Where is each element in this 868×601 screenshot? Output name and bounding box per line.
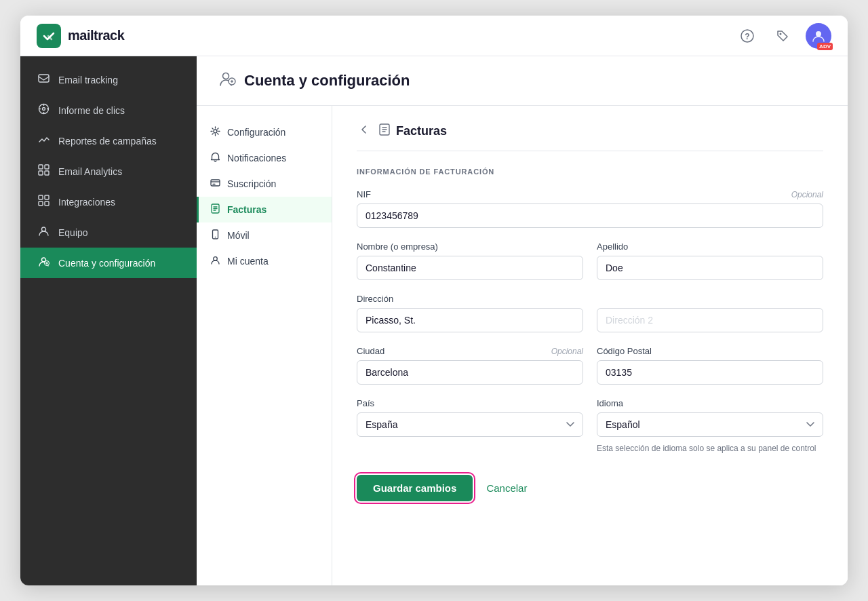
sidebar-label-cuenta-configuracion: Cuenta y configuración bbox=[58, 258, 155, 269]
sidebar-item-email-analytics[interactable]: Email Analytics bbox=[20, 156, 197, 187]
svg-rect-17 bbox=[45, 195, 49, 199]
sidebar-item-cuenta-configuracion[interactable]: Cuenta y configuración bbox=[20, 248, 197, 278]
nombre-input[interactable] bbox=[357, 256, 583, 280]
form-actions: Guardar cambios Cancelar bbox=[357, 475, 823, 501]
svg-point-23 bbox=[223, 73, 229, 79]
sidebar-label-email-analytics: Email Analytics bbox=[58, 166, 122, 177]
idioma-select[interactable]: Español English Français Deutsch bbox=[597, 412, 823, 437]
sidebar-item-integraciones[interactable]: Integraciones bbox=[20, 187, 197, 217]
main-layout: Email tracking Informe de clics Reportes… bbox=[20, 56, 848, 585]
pais-idioma-row: País España Francia Alemania Italia Port… bbox=[357, 398, 823, 453]
facturas-icon bbox=[210, 203, 220, 216]
svg-point-3 bbox=[780, 33, 782, 35]
sidebar-item-reportes-campanas[interactable]: Reportes de campañas bbox=[20, 125, 197, 156]
sub-nav-configuracion-label: Configuración bbox=[227, 127, 285, 138]
codigo-postal-input[interactable] bbox=[597, 360, 823, 385]
sub-nav-notificaciones-label: Notificaciones bbox=[227, 153, 286, 163]
sidebar: Email tracking Informe de clics Reportes… bbox=[20, 56, 197, 585]
svg-point-29 bbox=[215, 237, 216, 238]
logo-text: mailtrack bbox=[68, 28, 124, 43]
sidebar-label-reportes-campanas: Reportes de campañas bbox=[58, 136, 157, 147]
nif-input[interactable] bbox=[357, 203, 823, 228]
ciudad-optional: Opcional bbox=[551, 347, 583, 356]
page-title: Cuenta y configuración bbox=[244, 72, 410, 90]
logo-icon bbox=[37, 24, 61, 48]
topbar-right: ? ADV bbox=[735, 23, 831, 49]
sidebar-label-informe-clics: Informe de clics bbox=[58, 105, 125, 116]
form-title: Facturas bbox=[378, 123, 447, 138]
ciudad-group: Ciudad Opcional bbox=[357, 346, 583, 385]
sub-nav-mi-cuenta[interactable]: Mi cuenta bbox=[197, 248, 332, 274]
sidebar-label-equipo: Equipo bbox=[58, 227, 88, 238]
idioma-group: Idioma Español English Français Deutsch … bbox=[597, 398, 823, 453]
form-area: Facturas INFORMACIÓN DE FACTURACIÓN NIF … bbox=[332, 106, 848, 585]
svg-point-20 bbox=[41, 227, 45, 231]
sub-nav-facturas[interactable]: Facturas bbox=[197, 197, 332, 222]
content-area: Cuenta y configuración Configuración bbox=[197, 56, 848, 585]
sub-nav-mi-cuenta-label: Mi cuenta bbox=[227, 256, 269, 267]
sub-nav-notificaciones[interactable]: Notificaciones bbox=[197, 145, 332, 171]
apellido-label: Apellido bbox=[597, 241, 823, 252]
section-label: INFORMACIÓN DE FACTURACIÓN bbox=[357, 168, 823, 176]
avatar[interactable]: ADV bbox=[806, 23, 831, 49]
sidebar-label-integraciones: Integraciones bbox=[58, 197, 115, 208]
pais-select[interactable]: España Francia Alemania Italia Portugal bbox=[357, 412, 583, 437]
direccion-row: Dirección Dir2 bbox=[357, 294, 823, 332]
nif-group: NIF Opcional bbox=[357, 189, 823, 228]
sub-nav-facturas-label: Facturas bbox=[227, 204, 267, 215]
svg-point-7 bbox=[42, 108, 45, 111]
tags-button[interactable] bbox=[770, 24, 795, 48]
sub-nav-movil[interactable]: Móvil bbox=[197, 222, 332, 248]
svg-rect-26 bbox=[211, 180, 220, 186]
pais-label: País bbox=[357, 398, 583, 408]
apellido-input[interactable] bbox=[597, 256, 823, 280]
page-header: Cuenta y configuración bbox=[197, 56, 848, 106]
sub-nav-suscripcion-label: Suscripción bbox=[227, 178, 276, 189]
logo-area: mailtrack bbox=[37, 24, 124, 48]
sidebar-item-email-tracking[interactable]: Email tracking bbox=[20, 64, 197, 95]
svg-rect-5 bbox=[39, 75, 49, 82]
direccion2-group: Dir2 bbox=[597, 294, 823, 332]
movil-icon bbox=[210, 229, 220, 241]
suscripcion-icon bbox=[210, 178, 220, 190]
direccion-group: Dirección bbox=[357, 294, 583, 332]
codigo-postal-label: Código Postal bbox=[597, 346, 823, 356]
sub-nav-suscripcion[interactable]: Suscripción bbox=[197, 171, 332, 197]
sidebar-item-informe-clics[interactable]: Informe de clics bbox=[20, 95, 197, 125]
help-button[interactable]: ? bbox=[735, 24, 760, 48]
save-button[interactable]: Guardar cambios bbox=[357, 475, 473, 501]
notificaciones-icon bbox=[210, 152, 220, 164]
ciudad-input[interactable] bbox=[357, 360, 583, 385]
nif-row: NIF Opcional bbox=[357, 189, 823, 228]
sub-nav-movil-label: Móvil bbox=[227, 230, 250, 241]
svg-point-25 bbox=[214, 130, 217, 133]
ciudad-postal-row: Ciudad Opcional Código Postal bbox=[357, 346, 823, 385]
nif-label-row: NIF Opcional bbox=[357, 189, 823, 199]
svg-rect-19 bbox=[45, 201, 49, 206]
form-title-icon bbox=[378, 123, 391, 138]
mi-cuenta-icon bbox=[210, 255, 220, 267]
direccion-input[interactable] bbox=[357, 308, 583, 332]
configuracion-icon bbox=[210, 126, 220, 138]
svg-rect-13 bbox=[45, 165, 49, 169]
idioma-hint: Esta selección de idioma solo se aplica … bbox=[597, 444, 823, 453]
nombre-label: Nombre (o empresa) bbox=[357, 241, 583, 252]
apellido-group: Apellido bbox=[597, 241, 823, 280]
reportes-icon bbox=[37, 134, 50, 148]
integraciones-icon bbox=[37, 195, 50, 209]
sidebar-item-equipo[interactable]: Equipo bbox=[20, 217, 197, 248]
svg-rect-14 bbox=[39, 171, 43, 175]
nif-optional: Opcional bbox=[791, 190, 823, 199]
sub-nav-configuracion[interactable]: Configuración bbox=[197, 119, 332, 145]
svg-rect-15 bbox=[45, 171, 49, 175]
cuenta-icon bbox=[37, 256, 50, 270]
cancel-button[interactable]: Cancelar bbox=[486, 482, 527, 494]
nombre-group: Nombre (o empresa) bbox=[357, 241, 583, 280]
pais-group: País España Francia Alemania Italia Port… bbox=[357, 398, 583, 453]
ciudad-label-row: Ciudad Opcional bbox=[357, 346, 583, 356]
page-header-icon bbox=[218, 70, 236, 92]
back-button[interactable] bbox=[357, 122, 372, 140]
equipo-icon bbox=[37, 225, 50, 239]
direccion2-input[interactable] bbox=[597, 308, 823, 332]
svg-rect-18 bbox=[39, 201, 43, 206]
